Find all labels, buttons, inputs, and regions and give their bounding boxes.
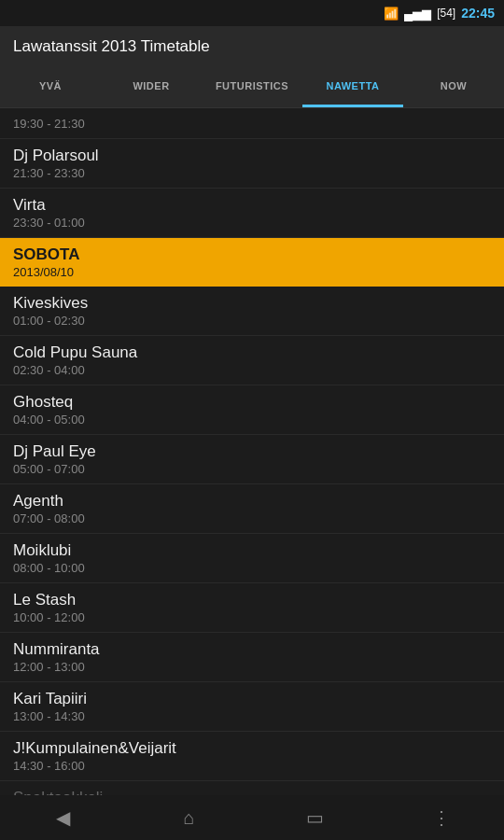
- bottom-nav: ◀ ⌂ ▭ ⋮: [0, 795, 504, 840]
- item-time: 21:30 - 23:30: [13, 166, 491, 180]
- performer-name: Moiklubi: [13, 541, 491, 560]
- item-time: 07:00 - 08:00: [13, 511, 491, 525]
- performer-name: Spektaakkeli: [13, 789, 491, 795]
- item-time: 05:00 - 07:00: [13, 462, 491, 476]
- menu-icon: ⋮: [432, 806, 451, 829]
- home-button[interactable]: ⌂: [166, 799, 213, 836]
- item-time: 14:30 - 16:00: [13, 759, 491, 773]
- item-time: 08:00 - 10:00: [13, 561, 491, 575]
- performer-name: J!Kumpulainen&Veijarit: [13, 739, 491, 758]
- section-header-sobota: SOBOTA 2013/08/10: [0, 238, 504, 287]
- list-item[interactable]: Le Stash 10:00 - 12:00: [0, 583, 504, 633]
- item-time: 02:30 - 04:00: [13, 363, 491, 377]
- list-item[interactable]: Dj Paul Eye 05:00 - 07:00: [0, 435, 504, 484]
- item-time: 01:00 - 02:30: [13, 314, 491, 328]
- section-title: SOBOTA: [13, 245, 491, 264]
- back-button[interactable]: ◀: [40, 799, 87, 836]
- item-time: 19:30 - 21:30: [13, 117, 491, 131]
- title-bar: Lawatanssit 2013 Timetable: [0, 26, 504, 67]
- performer-name: Kari Tapiiri: [13, 690, 491, 708]
- tab-wider[interactable]: WIDER: [101, 67, 202, 107]
- list-item[interactable]: Moiklubi 08:00 - 10:00: [0, 534, 504, 583]
- item-time: 23:30 - 01:00: [13, 216, 491, 230]
- tab-futuristics[interactable]: FUTURISTICS: [202, 67, 302, 107]
- list-item[interactable]: Kiveskives 01:00 - 02:30: [0, 287, 504, 336]
- list-item[interactable]: Ghosteq 04:00 - 05:00: [0, 385, 504, 435]
- back-icon: ◀: [56, 806, 70, 829]
- performer-name: Nummiranta: [13, 640, 491, 659]
- menu-button[interactable]: ⋮: [418, 799, 465, 836]
- item-time: 10:00 - 12:00: [13, 610, 491, 624]
- performer-name: Le Stash: [13, 591, 491, 609]
- list-item: 19:30 - 21:30: [0, 108, 504, 139]
- recent-apps-button[interactable]: ▭: [292, 799, 339, 836]
- performer-name: Dj Paul Eye: [13, 442, 491, 461]
- item-time: 04:00 - 05:00: [13, 413, 491, 427]
- list-item[interactable]: Spektaakkeli: [0, 781, 504, 795]
- tab-now[interactable]: NOW: [403, 67, 504, 107]
- tab-nawetta[interactable]: NAWETTA: [302, 67, 403, 107]
- list-item[interactable]: Cold Pupu Sauna 02:30 - 04:00: [0, 336, 504, 385]
- battery-level: [54]: [437, 7, 455, 20]
- performer-name: Virta: [13, 196, 491, 215]
- wifi-icon: 📶: [384, 7, 399, 21]
- list-item[interactable]: Nummiranta 12:00 - 13:00: [0, 633, 504, 682]
- list-item[interactable]: Virta 23:30 - 01:00: [0, 189, 504, 238]
- performer-name: Ghosteq: [13, 393, 491, 412]
- tab-yva[interactable]: YVÄ: [0, 67, 101, 107]
- schedule-list: 19:30 - 21:30 Dj Polarsoul 21:30 - 23:30…: [0, 108, 504, 795]
- recent-icon: ▭: [306, 806, 324, 829]
- status-bar: 📶 ▄▅▆ [54] 22:45: [0, 0, 504, 26]
- item-time: 13:00 - 14:30: [13, 709, 491, 723]
- app-title: Lawatanssit 2013 Timetable: [13, 37, 210, 56]
- section-date: 2013/08/10: [13, 265, 491, 279]
- tab-bar: YVÄ WIDER FUTURISTICS NAWETTA NOW: [0, 67, 504, 108]
- performer-name: Agenth: [13, 492, 491, 511]
- performer-name: Kiveskives: [13, 294, 491, 313]
- status-time: 22:45: [461, 6, 495, 21]
- battery-indicator: [54]: [437, 7, 455, 20]
- list-item[interactable]: Dj Polarsoul 21:30 - 23:30: [0, 139, 504, 189]
- performer-name: Cold Pupu Sauna: [13, 343, 491, 362]
- item-time: 12:00 - 13:00: [13, 660, 491, 674]
- list-item[interactable]: Kari Tapiiri 13:00 - 14:30: [0, 682, 504, 732]
- performer-name: Dj Polarsoul: [13, 147, 491, 165]
- list-item[interactable]: Agenth 07:00 - 08:00: [0, 484, 504, 534]
- home-icon: ⌂: [183, 807, 194, 829]
- signal-icon: ▄▅▆: [404, 7, 431, 21]
- list-item[interactable]: J!Kumpulainen&Veijarit 14:30 - 16:00: [0, 732, 504, 781]
